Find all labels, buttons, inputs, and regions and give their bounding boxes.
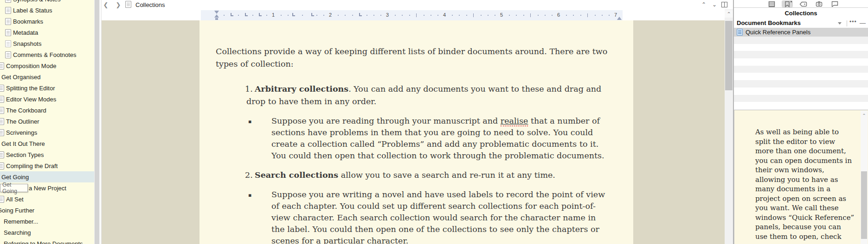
binder-tooltip: Get Going xyxy=(0,184,28,192)
scrivener-window: Synopsis & NotesLabel & StatusBookmarksM… xyxy=(0,0,868,244)
first-line-indent-marker[interactable] xyxy=(214,11,219,14)
binder-item-editor-view-modes[interactable]: Editor View Modes xyxy=(0,94,94,105)
binder-item-section-types[interactable]: Section Types xyxy=(0,149,94,160)
ruler-tick xyxy=(481,15,482,16)
ruler-tick xyxy=(316,15,317,16)
paragraph: Collections provide a way of keeping dif… xyxy=(216,45,608,70)
bookmark-row-selected[interactable]: Quick Reference Panels xyxy=(734,28,868,37)
ruler-band[interactable]: 1234567 xyxy=(201,10,623,20)
binder-item-all-set[interactable]: All Set xyxy=(0,194,94,205)
bookmark-preview-text: As well as being able tosplit the editor… xyxy=(755,127,855,241)
ruler-tick xyxy=(573,15,574,16)
chevron-down-icon[interactable] xyxy=(838,22,842,25)
synopsis-notes-icon[interactable] xyxy=(766,0,777,7)
ruler-tick xyxy=(373,15,374,16)
editor-text-area[interactable]: Collections provide a way of keeping dif… xyxy=(199,20,633,244)
scroll-up-arrow[interactable]: ⌃ xyxy=(861,112,868,119)
binder-item-get-organised[interactable]: Get Organised xyxy=(0,71,94,82)
ruler-tick xyxy=(495,15,495,16)
binder-item-metadata[interactable]: Metadata xyxy=(0,27,94,38)
binder-item-label: Get It Out There xyxy=(1,140,45,147)
editor-scrollbar[interactable]: ⌃ xyxy=(725,9,733,244)
preview-line: many documents in a xyxy=(755,185,830,193)
binder-item-get-it-out-there[interactable]: Get It Out There xyxy=(0,138,94,149)
binder-item-comments-footnotes[interactable]: Comments & Footnotes xyxy=(0,49,94,60)
tab-stop-icon[interactable] xyxy=(231,13,233,16)
inspector-panel: Collections Document Bookmarks ••• — Qui… xyxy=(734,0,868,244)
document-icon xyxy=(125,1,131,8)
ruler-tick xyxy=(352,15,353,16)
history-back-button[interactable]: ❮ xyxy=(102,0,110,9)
binder-item-searching[interactable]: Searching xyxy=(0,227,94,238)
left-margin-marker[interactable] xyxy=(215,18,218,20)
binder-item-compiling-the-draft[interactable]: Compiling the Draft xyxy=(0,160,94,171)
bookmark-preview-pane[interactable]: As well as being able tosplit the editor… xyxy=(734,110,868,244)
binder-item-snapshots[interactable]: Snapshots xyxy=(0,38,94,49)
split-view-icon[interactable] xyxy=(721,2,727,7)
tab-stop-icon[interactable] xyxy=(311,13,314,16)
binder-item-splitting-the-editor[interactable]: Splitting the Editor xyxy=(0,82,94,94)
ruler-number: 4 xyxy=(443,12,446,18)
bookmarks-icon[interactable] xyxy=(782,0,793,7)
ruler-tick xyxy=(395,15,396,16)
document-icon xyxy=(0,151,4,158)
binder-item-label: Searching xyxy=(4,229,31,236)
bookmark-indicator-dot xyxy=(791,1,792,2)
binder-item-get-going[interactable]: Get Going xyxy=(0,171,94,182)
tab-stop-icon[interactable] xyxy=(292,13,295,16)
preview-line: their own windows, xyxy=(755,166,824,174)
ruler-tick xyxy=(595,15,596,16)
preview-line: use them to open, check xyxy=(755,232,842,241)
binder-item-composition-mode[interactable]: Composition Mode xyxy=(0,60,94,71)
ruler-number: 7 xyxy=(614,12,617,18)
binder-item-referring-to-more-documents[interactable]: Referring to More Documents xyxy=(0,238,94,244)
document-icon xyxy=(0,63,4,69)
binder-item-the-corkboard[interactable]: The Corkboard xyxy=(0,105,94,116)
collapse-button[interactable]: — xyxy=(860,19,866,26)
ruler-tick xyxy=(266,15,267,16)
next-document-button[interactable]: ⌄ xyxy=(710,0,719,9)
ruler-tick xyxy=(409,15,410,16)
snapshots-camera-icon[interactable] xyxy=(813,0,824,7)
comments-icon[interactable] xyxy=(829,0,840,7)
document-bookmarks-label[interactable]: Document Bookmarks xyxy=(737,19,801,26)
binder-item-the-outliner[interactable]: The Outliner xyxy=(0,116,94,127)
ruler-tick xyxy=(509,15,510,16)
preview-scrollbar-thumb[interactable] xyxy=(861,171,867,239)
ruler-tick xyxy=(402,15,403,16)
tab-stop-icon[interactable] xyxy=(359,13,362,16)
bookmark-list-empty-row xyxy=(734,95,868,102)
left-indent-marker[interactable] xyxy=(214,14,219,18)
history-forward-button[interactable]: ❯ xyxy=(114,0,122,9)
editor-scrollbar-thumb[interactable] xyxy=(725,21,733,90)
ruler-tick xyxy=(459,15,460,16)
metadata-tag-icon[interactable] xyxy=(797,0,809,7)
ruler-tick xyxy=(345,15,346,16)
scroll-up-arrow[interactable]: ⌃ xyxy=(725,10,733,18)
binder-item-label: Bookmarks xyxy=(13,18,43,25)
previous-document-button[interactable]: ⌃ xyxy=(699,0,708,9)
binder-item-going-further[interactable]: Going Further xyxy=(0,205,94,216)
bookmark-list-empty-row xyxy=(734,73,868,81)
more-options-button[interactable]: ••• xyxy=(849,19,857,25)
ruler[interactable]: 1234567 xyxy=(102,9,733,20)
bookmark-label: Quick Reference Panels xyxy=(746,29,810,36)
binder-item-bookmarks[interactable]: Bookmarks xyxy=(0,16,94,27)
tab-stop-icon[interactable] xyxy=(245,13,248,16)
binder-item-synopsis-notes[interactable]: Synopsis & Notes xyxy=(0,0,94,5)
binder-scrollbar-thumb[interactable] xyxy=(95,0,99,244)
right-indent-marker[interactable] xyxy=(617,17,622,20)
bookmark-list-empty-row xyxy=(734,88,868,95)
document-icon xyxy=(0,96,4,103)
ruler-number: 6 xyxy=(557,12,560,18)
ruler-tick xyxy=(424,15,424,16)
tab-stop-icon[interactable] xyxy=(259,13,262,16)
misspelled-word[interactable]: realise xyxy=(501,116,528,126)
binder-item-remember[interactable]: Remember... xyxy=(0,216,94,227)
binder-scrollbar[interactable] xyxy=(94,0,100,244)
document-icon xyxy=(0,163,4,169)
preview-scrollbar[interactable]: ⌃ xyxy=(861,111,868,244)
document-icon xyxy=(0,196,4,203)
binder-item-label-status[interactable]: Label & Status xyxy=(0,5,94,16)
binder-item-scrivenings[interactable]: Scrivenings xyxy=(0,127,94,138)
